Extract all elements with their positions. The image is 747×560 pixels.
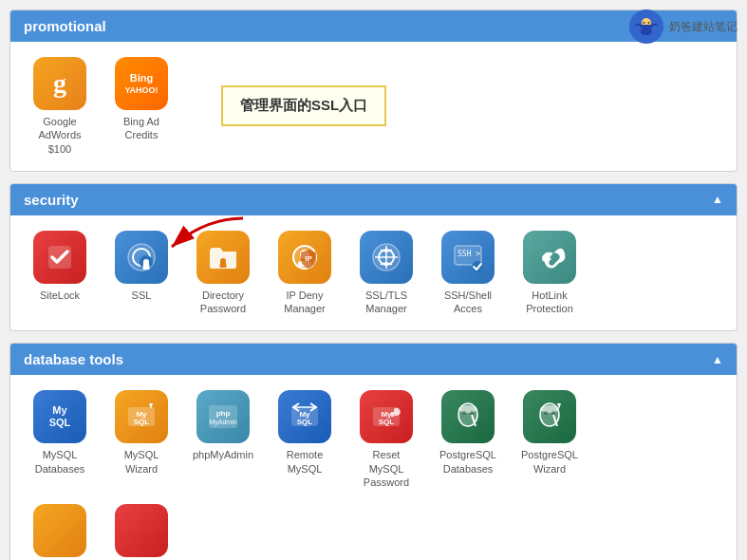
sitelock-label: SiteLock bbox=[40, 289, 80, 302]
hotlink-icon bbox=[523, 231, 576, 284]
svg-point-42 bbox=[462, 411, 466, 415]
brand-top-right: 奶爸建站笔记 bbox=[629, 9, 738, 44]
google-adwords-label: GoogleAdWords$100 bbox=[38, 115, 81, 156]
mysql-wizard-label: MySQLWizard bbox=[124, 448, 159, 476]
postgresql-wizard-item[interactable]: PostgreSQLWizard bbox=[514, 390, 586, 476]
mysql-databases-icon: MySQL bbox=[33, 390, 86, 443]
svg-text:IP: IP bbox=[305, 254, 312, 263]
svg-point-43 bbox=[470, 411, 474, 415]
database-tools-section: database tools ▲ MySQL MySQLDatabases My… bbox=[9, 343, 738, 560]
phpmyadmin-item[interactable]: php MyAdmin phpMyAdmin bbox=[187, 390, 259, 461]
security-body: SiteLock SSL bbox=[10, 215, 737, 331]
mysql-databases-item[interactable]: MySQL MySQLDatabases bbox=[24, 390, 96, 476]
security-chevron-icon: ▲ bbox=[712, 193, 723, 206]
promo-items: g GoogleAdWords$100 BingYAHOO! Bing AdCr… bbox=[24, 57, 177, 156]
reset-mysql-label: ResetMySQLPassword bbox=[364, 448, 409, 489]
svg-rect-4 bbox=[652, 24, 658, 26]
partial-item-1[interactable] bbox=[24, 504, 96, 560]
ssl-callout: 管理界面的SSL入口 bbox=[221, 85, 386, 126]
sitelock-item[interactable]: SiteLock bbox=[24, 231, 96, 302]
svg-point-45 bbox=[540, 405, 559, 413]
hotlink-label: HotLinkProtection bbox=[526, 289, 573, 316]
postgresql-db-icon bbox=[441, 390, 495, 443]
security-title: security bbox=[24, 192, 79, 208]
ssl-icon bbox=[115, 231, 168, 284]
sitelock-icon bbox=[33, 231, 86, 284]
mysql-wizard-item[interactable]: My SQL MySQLWizard bbox=[105, 390, 177, 476]
hotlink-item[interactable]: HotLinkProtection bbox=[514, 231, 586, 316]
svg-text:php: php bbox=[216, 409, 231, 418]
phpmyadmin-icon: php MyAdmin bbox=[196, 390, 250, 443]
ssl-tls-icon bbox=[360, 231, 413, 284]
ssh-shell-label: SSH/ShellAcces bbox=[444, 289, 492, 316]
ssh-shell-item[interactable]: SSH > _ SSH/ShellAcces bbox=[432, 231, 504, 316]
ssl-callout-text: 管理界面的SSL入口 bbox=[240, 97, 367, 113]
promotional-header: promotional bbox=[10, 10, 737, 42]
svg-text:MyAdmin: MyAdmin bbox=[209, 419, 236, 426]
svg-rect-12 bbox=[143, 265, 150, 270]
svg-text:SQL: SQL bbox=[134, 418, 150, 426]
remote-mysql-icon: My SQL bbox=[278, 390, 331, 443]
bing-ad-label: Bing AdCredits bbox=[123, 115, 159, 142]
ssl-item[interactable]: SSL bbox=[105, 231, 177, 302]
ssl-label: SSL bbox=[132, 289, 152, 302]
database-tools-chevron-icon: ▲ bbox=[712, 353, 723, 366]
database-tools-title: database tools bbox=[24, 351, 123, 367]
svg-text:SQL: SQL bbox=[297, 418, 313, 426]
ip-deny-label: IP DenyManager bbox=[284, 289, 325, 316]
ip-deny-icon: IP bbox=[278, 231, 331, 284]
promotional-body: g GoogleAdWords$100 BingYAHOO! Bing AdCr… bbox=[10, 42, 737, 171]
database-tools-body: MySQL MySQLDatabases My SQL MySQLWizard bbox=[10, 375, 737, 504]
security-section: security ▲ bbox=[9, 183, 738, 332]
phpmyadmin-label: phpMyAdmin bbox=[193, 448, 253, 461]
svg-point-6 bbox=[648, 22, 650, 24]
svg-rect-2 bbox=[640, 25, 653, 28]
brand-avatar bbox=[629, 9, 663, 44]
svg-point-48 bbox=[551, 411, 555, 415]
partial-icon-1 bbox=[33, 504, 86, 557]
ssl-tls-item[interactable]: SSL/TLSManager bbox=[350, 231, 422, 316]
ssl-tls-label: SSL/TLSManager bbox=[365, 289, 407, 316]
ip-deny-item[interactable]: IP IP DenyManager bbox=[269, 231, 341, 316]
mysql-databases-label: MySQLDatabases bbox=[35, 448, 85, 476]
postgresql-db-item[interactable]: PostgreSQLDatabases bbox=[432, 390, 504, 476]
remote-mysql-label: RemoteMySQL bbox=[287, 448, 324, 476]
remote-mysql-item[interactable]: My SQL RemoteMySQL bbox=[269, 390, 341, 476]
svg-point-40 bbox=[458, 405, 477, 413]
mysql-wizard-icon: My SQL bbox=[115, 390, 168, 443]
svg-rect-13 bbox=[220, 264, 227, 268]
svg-point-47 bbox=[544, 411, 548, 415]
partial-item-2[interactable] bbox=[105, 504, 177, 560]
svg-text:SQL: SQL bbox=[379, 418, 395, 426]
ssh-shell-icon: SSH > _ bbox=[441, 231, 495, 284]
promotional-title: promotional bbox=[24, 18, 106, 34]
reset-mysql-item[interactable]: My SQL ResetMySQLPassword bbox=[350, 390, 422, 489]
partial-icon-2 bbox=[115, 504, 168, 557]
postgresql-wizard-icon bbox=[523, 390, 576, 443]
security-header: security ▲ bbox=[10, 184, 737, 215]
svg-rect-1 bbox=[641, 28, 652, 35]
postgresql-db-label: PostgreSQLDatabases bbox=[439, 448, 496, 476]
svg-point-5 bbox=[644, 22, 645, 24]
google-adwords-item[interactable]: g GoogleAdWords$100 bbox=[24, 57, 96, 156]
svg-rect-3 bbox=[635, 24, 641, 26]
dir-password-item[interactable]: DirectoryPassword bbox=[187, 231, 259, 316]
brand-label: 奶爸建站笔记 bbox=[669, 19, 738, 35]
google-adwords-icon: g bbox=[33, 57, 86, 110]
dir-password-label: DirectoryPassword bbox=[200, 289, 246, 316]
bing-ad-icon: BingYAHOO! bbox=[115, 57, 168, 110]
reset-mysql-icon: My SQL bbox=[360, 390, 413, 443]
database-tools-header: database tools ▲ bbox=[10, 344, 737, 375]
dir-password-icon bbox=[196, 231, 250, 284]
postgresql-wizard-label: PostgreSQLWizard bbox=[521, 448, 578, 476]
bing-ad-item[interactable]: BingYAHOO! Bing AdCredits bbox=[105, 57, 177, 156]
promotional-section: promotional g GoogleAdWords$100 BingYAHO… bbox=[9, 9, 738, 172]
